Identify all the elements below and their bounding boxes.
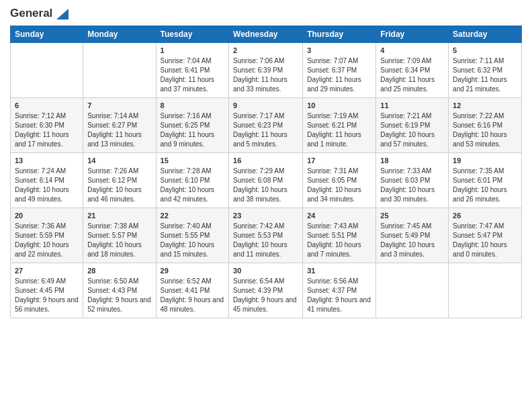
sunset-text: Sunset: 5:57 PM bbox=[87, 232, 137, 239]
cell-5-6 bbox=[376, 263, 449, 318]
logo-icon bbox=[56, 9, 69, 19]
cell-2-6: 11Sunrise: 7:21 AMSunset: 6:19 PMDayligh… bbox=[376, 97, 449, 152]
sunset-text: Sunset: 6:21 PM bbox=[307, 122, 357, 129]
logo-content: General bbox=[10, 7, 69, 20]
sunrise-text: Sunrise: 7:40 AM bbox=[161, 222, 212, 230]
daylight-text: Daylight: 9 hours and 48 minutes. bbox=[161, 296, 224, 313]
sunrise-text: Sunrise: 7:09 AM bbox=[380, 57, 431, 64]
sunset-text: Sunset: 6:05 PM bbox=[307, 177, 357, 184]
sunset-text: Sunset: 5:55 PM bbox=[161, 232, 210, 239]
cell-4-4: 23Sunrise: 7:42 AMSunset: 5:53 PMDayligh… bbox=[229, 208, 303, 263]
cell-2-5: 10Sunrise: 7:19 AMSunset: 6:21 PMDayligh… bbox=[303, 97, 376, 152]
daylight-text: Daylight: 10 hours and 26 minutes. bbox=[453, 186, 507, 203]
cell-1-3: 1Sunrise: 7:04 AMSunset: 6:41 PMDaylight… bbox=[156, 42, 229, 97]
cell-3-3: 15Sunrise: 7:28 AMSunset: 6:10 PMDayligh… bbox=[156, 152, 229, 208]
daylight-text: Daylight: 10 hours and 22 minutes. bbox=[15, 241, 69, 258]
sunrise-text: Sunrise: 7:43 AM bbox=[307, 222, 358, 230]
day-number: 28 bbox=[87, 266, 151, 276]
day-number: 25 bbox=[380, 211, 444, 221]
sunrise-text: Sunrise: 7:19 AM bbox=[307, 112, 358, 120]
sunrise-text: Sunrise: 6:56 AM bbox=[307, 277, 358, 285]
day-number: 16 bbox=[233, 156, 298, 166]
weekday-header-wednesday: Wednesday bbox=[229, 26, 303, 42]
daylight-text: Daylight: 11 hours and 33 minutes. bbox=[233, 76, 287, 93]
cell-3-4: 16Sunrise: 7:29 AMSunset: 6:08 PMDayligh… bbox=[229, 152, 303, 208]
daylight-text: Daylight: 11 hours and 17 minutes. bbox=[15, 131, 69, 148]
daylight-text: Daylight: 9 hours and 56 minutes. bbox=[15, 296, 79, 313]
sunset-text: Sunset: 5:49 PM bbox=[380, 232, 430, 239]
sunrise-text: Sunrise: 7:17 AM bbox=[233, 112, 284, 120]
sunset-text: Sunset: 6:12 PM bbox=[87, 177, 137, 184]
daylight-text: Daylight: 10 hours and 46 minutes. bbox=[87, 186, 142, 203]
cell-1-4: 2Sunrise: 7:06 AMSunset: 6:39 PMDaylight… bbox=[229, 42, 303, 97]
cell-3-1: 13Sunrise: 7:24 AMSunset: 6:14 PMDayligh… bbox=[11, 152, 83, 208]
cell-4-6: 25Sunrise: 7:45 AMSunset: 5:49 PMDayligh… bbox=[376, 208, 449, 263]
cell-2-2: 7Sunrise: 7:14 AMSunset: 6:27 PMDaylight… bbox=[83, 97, 156, 152]
daylight-text: Daylight: 10 hours and 42 minutes. bbox=[161, 186, 215, 203]
day-number: 3 bbox=[307, 46, 371, 56]
cell-2-4: 9Sunrise: 7:17 AMSunset: 6:23 PMDaylight… bbox=[229, 97, 303, 152]
sunrise-text: Sunrise: 7:31 AM bbox=[307, 167, 358, 175]
day-number: 24 bbox=[307, 211, 371, 221]
sunrise-text: Sunrise: 7:42 AM bbox=[233, 222, 284, 230]
day-number: 2 bbox=[233, 46, 298, 56]
day-number: 13 bbox=[15, 156, 79, 166]
week-row-1: 1Sunrise: 7:04 AMSunset: 6:41 PMDaylight… bbox=[11, 42, 522, 97]
daylight-text: Daylight: 10 hours and 0 minutes. bbox=[453, 241, 507, 258]
cell-5-1: 27Sunrise: 6:49 AMSunset: 4:45 PMDayligh… bbox=[11, 263, 83, 318]
daylight-text: Daylight: 10 hours and 7 minutes. bbox=[307, 241, 361, 258]
sunrise-text: Sunrise: 7:38 AM bbox=[87, 222, 138, 230]
week-row-4: 20Sunrise: 7:36 AMSunset: 5:59 PMDayligh… bbox=[11, 208, 522, 263]
daylight-text: Daylight: 11 hours and 25 minutes. bbox=[380, 76, 435, 93]
week-row-5: 27Sunrise: 6:49 AMSunset: 4:45 PMDayligh… bbox=[11, 263, 522, 318]
sunrise-text: Sunrise: 7:28 AM bbox=[161, 167, 212, 175]
sunset-text: Sunset: 6:19 PM bbox=[380, 122, 430, 129]
day-number: 23 bbox=[233, 211, 298, 221]
cell-4-5: 24Sunrise: 7:43 AMSunset: 5:51 PMDayligh… bbox=[303, 208, 376, 263]
cell-1-6: 4Sunrise: 7:09 AMSunset: 6:34 PMDaylight… bbox=[376, 42, 449, 97]
sunset-text: Sunset: 6:16 PM bbox=[453, 122, 502, 129]
sunset-text: Sunset: 6:27 PM bbox=[87, 122, 137, 129]
daylight-text: Daylight: 10 hours and 15 minutes. bbox=[161, 241, 215, 258]
daylight-text: Daylight: 10 hours and 38 minutes. bbox=[233, 186, 287, 203]
cell-3-7: 19Sunrise: 7:35 AMSunset: 6:01 PMDayligh… bbox=[449, 152, 522, 208]
day-number: 11 bbox=[380, 101, 444, 111]
calendar-table: SundayMondayTuesdayWednesdayThursdayFrid… bbox=[10, 26, 522, 318]
daylight-text: Daylight: 10 hours and 34 minutes. bbox=[307, 186, 361, 203]
sunrise-text: Sunrise: 7:14 AM bbox=[87, 112, 138, 120]
cell-1-7: 5Sunrise: 7:11 AMSunset: 6:32 PMDaylight… bbox=[449, 42, 522, 97]
sunset-text: Sunset: 6:10 PM bbox=[161, 177, 210, 184]
day-number: 5 bbox=[453, 46, 517, 56]
cell-4-2: 21Sunrise: 7:38 AMSunset: 5:57 PMDayligh… bbox=[83, 208, 156, 263]
cell-2-7: 12Sunrise: 7:22 AMSunset: 6:16 PMDayligh… bbox=[449, 97, 522, 152]
logo: General bbox=[10, 7, 69, 20]
sunset-text: Sunset: 6:41 PM bbox=[161, 66, 210, 74]
day-number: 14 bbox=[87, 156, 151, 166]
daylight-text: Daylight: 11 hours and 29 minutes. bbox=[307, 76, 361, 93]
daylight-text: Daylight: 10 hours and 30 minutes. bbox=[380, 186, 435, 203]
day-number: 29 bbox=[161, 266, 225, 276]
day-number: 27 bbox=[15, 266, 79, 276]
cell-4-7: 26Sunrise: 7:47 AMSunset: 5:47 PMDayligh… bbox=[449, 208, 522, 263]
sunrise-text: Sunrise: 6:49 AM bbox=[15, 277, 66, 285]
sunset-text: Sunset: 4:41 PM bbox=[161, 287, 210, 294]
day-number: 20 bbox=[15, 211, 79, 221]
day-number: 21 bbox=[87, 211, 151, 221]
daylight-text: Daylight: 10 hours and 18 minutes. bbox=[87, 241, 142, 258]
sunset-text: Sunset: 6:34 PM bbox=[380, 66, 430, 74]
sunset-text: Sunset: 5:51 PM bbox=[307, 232, 357, 239]
day-number: 26 bbox=[453, 211, 517, 221]
sunset-text: Sunset: 5:53 PM bbox=[233, 232, 283, 239]
cell-1-5: 3Sunrise: 7:07 AMSunset: 6:37 PMDaylight… bbox=[303, 42, 376, 97]
calendar-page: General SundayMondayTuesdayWednesdayThur… bbox=[0, 0, 532, 411]
sunset-text: Sunset: 6:03 PM bbox=[380, 177, 430, 184]
daylight-text: Daylight: 11 hours and 13 minutes. bbox=[87, 131, 142, 148]
day-number: 22 bbox=[161, 211, 225, 221]
sunset-text: Sunset: 6:23 PM bbox=[233, 122, 283, 129]
sunrise-text: Sunrise: 7:33 AM bbox=[380, 167, 431, 175]
weekday-header-saturday: Saturday bbox=[449, 26, 522, 42]
cell-2-3: 8Sunrise: 7:16 AMSunset: 6:25 PMDaylight… bbox=[156, 97, 229, 152]
daylight-text: Daylight: 11 hours and 5 minutes. bbox=[233, 131, 287, 148]
sunrise-text: Sunrise: 7:26 AM bbox=[87, 167, 138, 175]
day-number: 10 bbox=[307, 101, 371, 111]
